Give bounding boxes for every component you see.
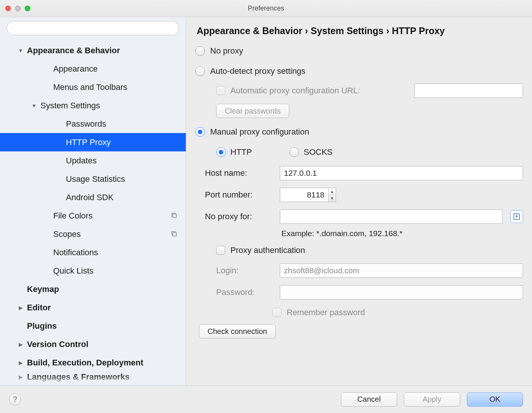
tree-item-label: File Colors — [53, 211, 186, 221]
stepper-down-icon[interactable]: ▼ — [329, 195, 336, 202]
clear-passwords-button[interactable]: Clear passwords — [216, 104, 289, 118]
tree-item-appearance[interactable]: Appearance — [0, 60, 186, 78]
http-radio-label: HTTP — [230, 147, 252, 157]
auto-url-input[interactable] — [414, 84, 523, 98]
titlebar: Preferences — [0, 0, 532, 17]
project-settings-icon — [171, 230, 177, 238]
manual-proxy-radio[interactable] — [195, 127, 205, 137]
arrow-spacer — [43, 268, 51, 274]
main-panel: Appearance & Behavior › System Settings … — [186, 17, 532, 385]
port-number-label: Port number: — [205, 190, 272, 200]
arrow-spacer — [55, 195, 64, 201]
tree-item-scopes[interactable]: Scopes — [0, 225, 186, 243]
password-input[interactable] — [280, 285, 523, 299]
tree-item-usage-statistics[interactable]: Usage Statistics — [0, 170, 186, 188]
chevron-right-icon: ▶ — [16, 341, 25, 347]
auto-url-checkbox — [216, 86, 225, 95]
preferences-window: Preferences ▼Appearance & Behavior Appea… — [0, 0, 532, 413]
tree-item-version-control[interactable]: ▶Version Control — [0, 335, 186, 353]
svg-rect-5 — [173, 232, 176, 236]
tree-item-label: Menus and Toolbars — [53, 82, 186, 92]
tree-item-label: System Settings — [40, 101, 186, 111]
cancel-button[interactable]: Cancel — [341, 392, 397, 407]
tree-item-label: Android SDK — [66, 193, 186, 202]
tree-item-system-settings[interactable]: ▼System Settings — [0, 96, 186, 115]
port-number-input[interactable] — [280, 188, 329, 202]
tree-item-label: Notifications — [53, 248, 186, 257]
tree-item-label: Build, Execution, Deployment — [27, 358, 186, 368]
check-connection-button[interactable]: Check connection — [199, 324, 276, 338]
remember-password-label: Remember password — [287, 308, 365, 317]
tree-item-label: Passwords — [66, 119, 186, 129]
tree-item-label: Appearance & Behavior — [27, 46, 186, 55]
tree-item-notifications[interactable]: Notifications — [0, 243, 186, 262]
password-label: Password: — [216, 287, 272, 297]
help-button[interactable]: ? — [9, 394, 21, 406]
tree-item-label: Version Control — [27, 340, 186, 349]
arrow-spacer — [55, 121, 64, 127]
tree-item-label: Editor — [27, 303, 186, 313]
port-number-stepper[interactable]: ▲ ▼ — [280, 188, 336, 202]
tree-item-passwords[interactable]: Passwords — [0, 115, 186, 133]
tree-item-label: Quick Lists — [53, 266, 186, 276]
tree-item-label: HTTP Proxy — [66, 138, 186, 147]
arrow-spacer — [43, 66, 51, 72]
tree-item-http-proxy[interactable]: HTTP Proxy — [0, 133, 186, 151]
auto-url-label: Automatic proxy configuration URL: — [230, 86, 360, 96]
arrow-spacer — [43, 250, 51, 256]
sidebar-fade — [0, 374, 186, 385]
login-input[interactable] — [280, 263, 523, 278]
arrow-spacer — [55, 158, 64, 164]
host-name-label: Host name: — [205, 168, 272, 178]
project-settings-icon — [171, 212, 177, 220]
tree-item-updates[interactable]: Updates — [0, 151, 186, 170]
expand-edit-button[interactable] — [510, 210, 523, 223]
stepper-up-icon[interactable]: ▲ — [329, 188, 336, 195]
auto-detect-radio[interactable] — [195, 66, 205, 76]
tree-item-build-exec-deploy[interactable]: ▶Build, Execution, Deployment — [0, 353, 186, 372]
search-input[interactable] — [7, 21, 179, 35]
tree-item-editor[interactable]: ▶Editor — [0, 298, 186, 317]
breadcrumb-c: HTTP Proxy — [392, 25, 445, 36]
chevron-right-icon: ▶ — [16, 305, 25, 311]
tree-item-plugins[interactable]: Plugins — [0, 317, 186, 335]
tree-item-label: Keymap — [27, 284, 186, 294]
host-name-input[interactable] — [280, 166, 523, 180]
tree-item-keymap[interactable]: Keymap — [0, 280, 186, 298]
tree-item-label: Updates — [66, 156, 186, 166]
tree-item-label: Scopes — [53, 229, 186, 239]
arrow-spacer — [43, 231, 51, 237]
footer: ? Cancel Apply OK — [0, 385, 532, 413]
tree-item-appearance-behavior[interactable]: ▼Appearance & Behavior — [0, 41, 186, 60]
tree-item-quick-lists[interactable]: Quick Lists — [0, 262, 186, 280]
apply-button[interactable]: Apply — [404, 392, 460, 407]
http-radio[interactable] — [216, 147, 226, 157]
window-title: Preferences — [0, 4, 532, 12]
breadcrumb-b: System Settings — [311, 25, 384, 36]
login-label: Login: — [216, 266, 272, 275]
chevron-right-icon: ▶ — [16, 360, 25, 366]
remember-password-checkbox — [272, 308, 281, 317]
arrow-spacer — [55, 176, 64, 182]
no-proxy-for-label: No proxy for: — [205, 212, 272, 221]
breadcrumb: Appearance & Behavior › System Settings … — [186, 17, 532, 40]
no-proxy-label: No proxy — [210, 46, 243, 56]
socks-radio[interactable] — [289, 147, 299, 157]
arrow-spacer — [16, 286, 25, 292]
tree-item-menus-toolbars[interactable]: Menus and Toolbars — [0, 78, 186, 96]
chevron-down-icon: ▼ — [30, 103, 38, 109]
proxy-auth-label: Proxy authentication — [230, 245, 305, 255]
auto-detect-label: Auto-detect proxy settings — [210, 66, 305, 76]
arrow-spacer — [43, 84, 51, 90]
sidebar: ▼Appearance & Behavior Appearance Menus … — [0, 17, 186, 385]
tree-item-file-colors[interactable]: File Colors — [0, 206, 186, 225]
socks-radio-label: SOCKS — [303, 147, 332, 157]
ok-button[interactable]: OK — [467, 392, 523, 407]
no-proxy-radio[interactable] — [195, 46, 205, 56]
arrow-spacer — [55, 139, 64, 145]
svg-rect-3 — [173, 214, 176, 217]
proxy-auth-checkbox[interactable] — [216, 246, 225, 255]
breadcrumb-a: Appearance & Behavior — [197, 25, 302, 36]
no-proxy-for-input[interactable] — [280, 209, 503, 224]
tree-item-android-sdk[interactable]: Android SDK — [0, 188, 186, 206]
